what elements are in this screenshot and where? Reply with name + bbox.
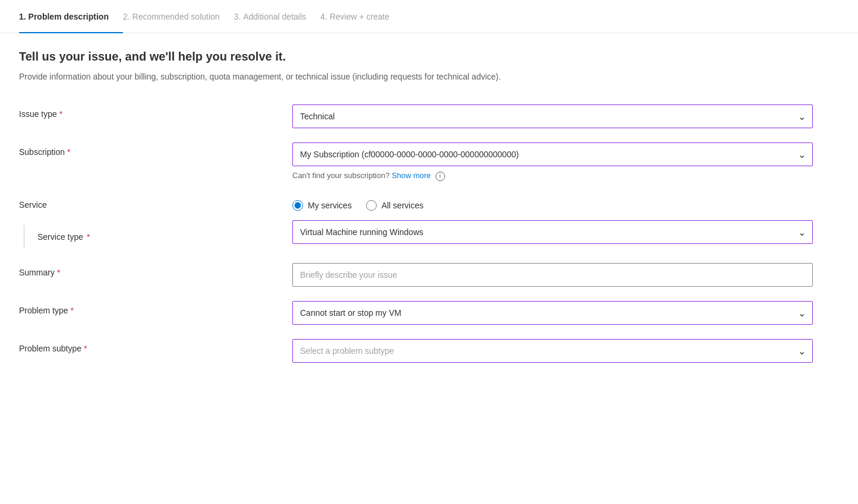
subscription-required: * — [67, 147, 70, 157]
wizard-step-recommended-solution[interactable]: 2. Recommended solution — [123, 0, 234, 33]
my-services-label: My services — [308, 201, 352, 210]
subscription-row: Subscription * My Subscription (cf00000-… — [19, 142, 813, 181]
issue-type-required: * — [59, 109, 62, 119]
step-3-label: 3. — [234, 12, 241, 21]
subscription-label: Subscription * — [19, 142, 292, 157]
show-more-link[interactable]: Show more — [392, 171, 431, 180]
issue-type-select-wrapper: Technical ⌄ — [292, 104, 813, 128]
page-description: Provide information about your billing, … — [19, 71, 554, 83]
service-type-row: Service type * Virtual Machine running W… — [19, 220, 813, 249]
step-2-label: 2. — [123, 12, 130, 21]
service-type-select[interactable]: Virtual Machine running Windows — [292, 220, 813, 244]
issue-type-select[interactable]: Technical — [292, 104, 813, 128]
service-type-label-col: Service type * — [19, 220, 292, 249]
service-control: My services All services — [292, 195, 813, 211]
step-4-label: 4. — [320, 12, 327, 21]
wizard-step-additional-details[interactable]: 3. Additional details — [234, 0, 320, 33]
service-type-label: Service type — [37, 232, 83, 242]
service-radio-group: My services All services — [292, 195, 813, 211]
page-title: Tell us your issue, and we'll help you r… — [19, 50, 813, 64]
step-4-text: Review + create — [330, 12, 390, 21]
step-1-text: Problem description — [29, 12, 109, 21]
subscription-control: My Subscription (cf00000-0000-0000-0000-… — [292, 142, 813, 181]
all-services-label: All services — [381, 201, 424, 210]
summary-input[interactable] — [292, 263, 813, 287]
wizard-step-review-create[interactable]: 4. Review + create — [320, 0, 403, 33]
main-content: Tell us your issue, and we'll help you r… — [0, 33, 832, 401]
service-type-required: * — [87, 232, 90, 242]
problem-type-select[interactable]: Cannot start or stop my VM — [292, 301, 813, 325]
problem-subtype-select[interactable]: Select a problem subtype — [292, 339, 813, 363]
my-services-option[interactable]: My services — [292, 200, 352, 211]
problem-type-label: Problem type * — [19, 301, 292, 315]
all-services-radio[interactable] — [366, 200, 377, 211]
all-services-option[interactable]: All services — [366, 200, 424, 211]
problem-type-row: Problem type * Cannot start or stop my V… — [19, 301, 813, 325]
service-section: Service My services All services — [19, 195, 813, 249]
subscription-helper: Can't find your subscription? Show more … — [292, 171, 813, 181]
subscription-info-icon[interactable]: i — [436, 172, 445, 181]
problem-subtype-select-wrapper: Select a problem subtype ⌄ — [292, 339, 813, 363]
wizard-navigation: 1. Problem description 2. Recommended so… — [0, 0, 858, 33]
problem-type-select-wrapper: Cannot start or stop my VM ⌄ — [292, 301, 813, 325]
my-services-radio[interactable] — [292, 200, 303, 211]
service-label: Service — [19, 195, 292, 210]
summary-required: * — [57, 268, 60, 277]
step-2-text: Recommended solution — [133, 12, 220, 21]
summary-control — [292, 263, 813, 287]
issue-type-label: Issue type * — [19, 104, 292, 119]
subscription-select[interactable]: My Subscription (cf00000-0000-0000-0000-… — [292, 142, 813, 166]
problem-subtype-row: Problem subtype * Select a problem subty… — [19, 339, 813, 363]
problem-subtype-control: Select a problem subtype ⌄ — [292, 339, 813, 363]
issue-type-row: Issue type * Technical ⌄ — [19, 104, 813, 128]
service-type-control: Virtual Machine running Windows ⌄ — [292, 220, 813, 244]
summary-row: Summary * — [19, 263, 813, 287]
problem-subtype-label: Problem subtype * — [19, 339, 292, 353]
subscription-select-wrapper: My Subscription (cf00000-0000-0000-0000-… — [292, 142, 813, 166]
issue-type-control: Technical ⌄ — [292, 104, 813, 128]
problem-type-control: Cannot start or stop my VM ⌄ — [292, 301, 813, 325]
step-3-text: Additional details — [243, 12, 306, 21]
problem-subtype-required: * — [84, 344, 87, 353]
service-type-select-wrapper: Virtual Machine running Windows ⌄ — [292, 220, 813, 244]
summary-label: Summary * — [19, 263, 292, 277]
service-main-row: Service My services All services — [19, 195, 813, 211]
problem-type-required: * — [70, 306, 73, 315]
wizard-step-problem-description[interactable]: 1. Problem description — [19, 0, 123, 33]
step-1-label: 1. — [19, 12, 26, 21]
